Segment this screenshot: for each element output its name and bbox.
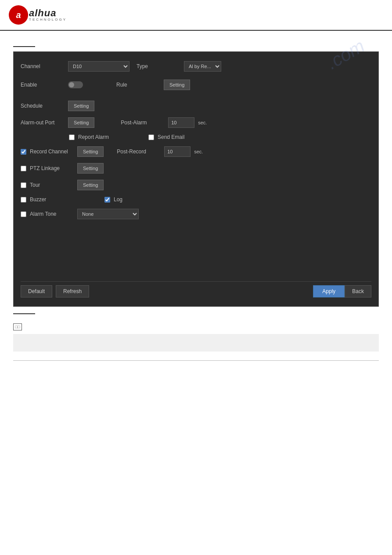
note-section: □□ <box>13 323 379 352</box>
tour-checkbox[interactable] <box>21 182 26 188</box>
header: a alhua TECHNOLOGY <box>0 0 392 31</box>
send-email-row: Send Email <box>148 132 201 142</box>
post-alarm-label: Post-Alarm <box>121 120 165 126</box>
post-record-unit: sec. <box>194 149 203 154</box>
record-channel-label: Record Channel <box>30 149 74 155</box>
brand-name: alhua <box>29 8 67 18</box>
post-alarm-unit: sec. <box>198 120 207 125</box>
post-record-label: Post-Record <box>117 149 161 155</box>
buzzer-checkbox[interactable] <box>21 197 26 203</box>
report-alarm-label: Report Alarm <box>78 134 122 140</box>
schedule-row: Schedule Setting <box>21 98 371 113</box>
channel-select[interactable]: D10 <box>68 61 129 72</box>
ptz-row: PTZ Linkage Setting <box>21 161 371 176</box>
report-alarm-checkbox[interactable] <box>69 134 75 140</box>
default-button[interactable]: Default <box>21 285 52 297</box>
report-alarm-row: Report Alarm <box>69 132 122 142</box>
record-channel-row: Record Channel Setting <box>21 144 104 159</box>
rule-setting-button[interactable]: Setting <box>164 80 190 90</box>
page-footer-line <box>13 360 379 361</box>
alarm-out-label: Alarm-out Port <box>21 120 65 126</box>
type-label: Type <box>137 63 180 69</box>
post-alarm-input[interactable] <box>168 117 194 128</box>
note-icon: □□ <box>13 323 22 330</box>
logo-letter: a <box>16 10 21 20</box>
buzzer-label: Buzzer <box>30 196 74 203</box>
buzzer-row: Buzzer <box>21 194 74 205</box>
bottom-buttons: Default Refresh Apply Back <box>21 281 371 299</box>
logo: a alhua TECHNOLOGY <box>9 5 67 25</box>
alarm-tone-select[interactable]: None <box>77 209 139 219</box>
post-record-row: Post-Record sec. <box>117 144 203 159</box>
tour-button[interactable]: Setting <box>77 180 104 190</box>
send-email-checkbox[interactable] <box>148 134 154 140</box>
record-channel-checkbox[interactable] <box>21 149 26 155</box>
alarm-out-row: Alarm-out Port Setting <box>21 115 94 130</box>
back-button[interactable]: Back <box>345 285 371 297</box>
note-box <box>13 334 379 352</box>
channel-row: Channel D10 <box>21 59 129 74</box>
ptz-button[interactable]: Setting <box>77 163 104 174</box>
refresh-button[interactable]: Refresh <box>56 285 89 297</box>
send-email-label: Send Email <box>158 134 201 140</box>
rule-label: Rule <box>116 82 160 88</box>
apply-button[interactable]: Apply <box>313 285 345 297</box>
enable-toggle[interactable] <box>68 81 83 88</box>
tour-row: Tour Setting <box>21 178 104 192</box>
log-label: Log <box>114 196 158 203</box>
rule-row: Rule Setting <box>116 77 190 92</box>
alarm-out-button[interactable]: Setting <box>68 117 94 128</box>
record-channel-button[interactable]: Setting <box>77 146 104 157</box>
type-select[interactable]: Al by Re... <box>184 61 221 72</box>
ptz-label: PTZ Linkage <box>30 165 74 171</box>
schedule-button[interactable]: Setting <box>68 101 94 111</box>
log-checkbox[interactable] <box>104 197 110 203</box>
enable-row: Enable <box>21 79 83 91</box>
schedule-label: Schedule <box>21 103 65 109</box>
tech-label: TECHNOLOGY <box>29 18 67 22</box>
top-divider <box>13 46 35 47</box>
channel-label: Channel <box>21 63 65 69</box>
alarm-tone-row: Alarm Tone None <box>21 207 371 221</box>
enable-label: Enable <box>21 82 65 88</box>
bottom-divider <box>13 313 35 314</box>
logo-text: alhua TECHNOLOGY <box>29 8 67 22</box>
post-record-input[interactable] <box>164 146 191 157</box>
type-row: Type Al by Re... <box>137 59 221 74</box>
logo-circle: a <box>9 5 28 25</box>
page-content: .com Channel D10 Type Al by Re... Enable <box>0 31 392 370</box>
log-row: Log <box>104 194 158 205</box>
alarm-tone-label: Alarm Tone <box>30 211 74 217</box>
alarm-tone-checkbox[interactable] <box>21 211 26 217</box>
post-alarm-row: Post-Alarm sec. <box>121 115 207 130</box>
ptz-checkbox[interactable] <box>21 166 26 171</box>
tour-label: Tour <box>30 182 74 188</box>
dialog-panel: Channel D10 Type Al by Re... Enable Rule… <box>13 51 379 307</box>
